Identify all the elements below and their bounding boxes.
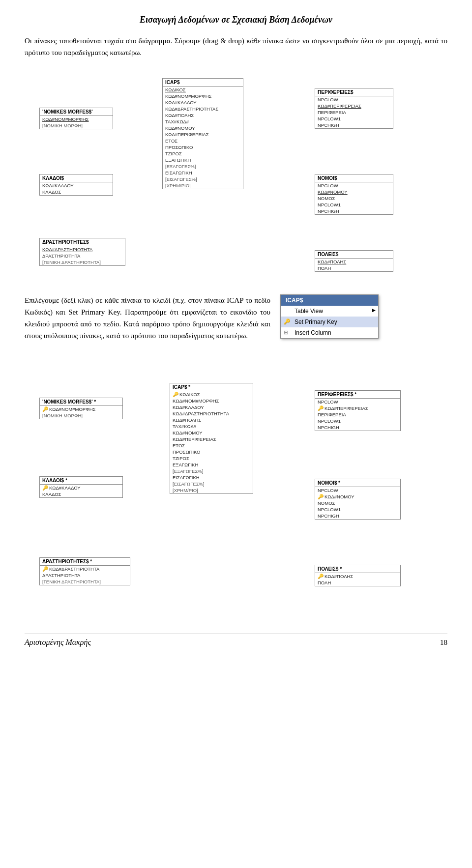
- diagram-area-1: 'NOMIKES MORFES$' ΚΩΔ#ΝΟΜ#ΜΟΡΦΗΣ [ΝΟΜΙΚΗ…: [25, 68, 447, 285]
- table-field: ΕΞΑΓΩΓΙΚΗ: [170, 462, 253, 468]
- page-title: Εισαγωγή Δεδομένων σε Σχεσιακή Βάση Δεδο…: [25, 15, 447, 25]
- table-field: NPCLOW: [315, 96, 393, 103]
- table-kladoi-title: ΚΛΑΔΟΙ$: [40, 174, 113, 182]
- table-field: NPCHIGH: [315, 208, 393, 214]
- table-icap: ICAP$ ΚΩΔΙΚΟΣ ΚΩΔ#ΝΟΜ#ΜΟΡΦΗΣ ΚΩΔ#ΚΛΑΔΟΥ …: [162, 78, 243, 189]
- menu-item-table-view[interactable]: Table View: [281, 306, 378, 317]
- table-field: ΚΩΔ#ΔΡΑΣΤΗΡΙΟΤΗΤΑΣ: [163, 106, 243, 112]
- key-icon-insert: ⊞: [284, 329, 288, 336]
- table-field: ΠΟΛΗ: [315, 579, 400, 586]
- table-field: ΚΩΔ#ΚΛΑΔΟΥ: [163, 99, 243, 106]
- table-field: [ΝΟΜΙΚΗ ΜΟΡΦΗ]: [40, 412, 122, 419]
- table-field: ΝΟΜΟΣ: [315, 195, 393, 202]
- table-field: ΕΤΟΣ: [170, 442, 253, 449]
- context-menu: ICAP$ Table View 🔑 Set Primary Key ⊞ Ins…: [280, 294, 379, 339]
- mid-diagram: ICAP$ Table View 🔑 Set Primary Key ⊞ Ins…: [280, 294, 447, 373]
- table-field: 🔑ΚΩΔ#ΝΟΜ#ΜΟΡΦΗΣ: [40, 406, 122, 412]
- table-field: 🔑ΚΩΔ#ΝΟΜΟΥ: [315, 493, 400, 500]
- table-drastiriotites2: ΔΡΑΣΤΗΡΙΟΤΗΤΕΣ$ * 🔑ΚΩΔ#ΔΡΑΣΤΗΡΙΟΤΗΤΑ ΔΡΑ…: [39, 557, 130, 585]
- table-field: 🔑ΚΩΔ#ΠΟΛΗΣ: [315, 573, 400, 579]
- table-field: 🔑ΚΩΔΙΚΟΣ: [170, 391, 253, 398]
- table-field: NPCLOW: [315, 399, 400, 405]
- table-field: ΚΩΔ#ΔΡΑΣΤΗΡΙΟΤΗΤΑ: [40, 246, 125, 253]
- table-field: ΚΩΔ#ΔΡΑΣΤΗΡΙΟΤΗΤΗΤΑ: [170, 410, 253, 417]
- table-poleis2-title: ΠΟΛΕΙΣ$ *: [315, 565, 400, 573]
- table-field: ΚΩΔ#ΠΟΛΗΣ: [163, 112, 243, 118]
- table-field: 🔑ΚΩΔ#ΔΡΑΣΤΗΡΙΟΤΗΤΑ: [40, 566, 130, 572]
- table-field: ΕΙΣΑΓΩΓΙΚΗ: [170, 474, 253, 481]
- table-field: NPCHIGH: [315, 513, 400, 519]
- table-field: 🔑ΚΩΔ#ΚΛΑΔΟΥ: [40, 485, 122, 491]
- table-field: NPCLOW1: [315, 202, 393, 208]
- table-nomikes: 'NOMIKES MORFES$' ΚΩΔ#ΝΟΜ#ΜΟΡΦΗΣ [ΝΟΜΙΚΗ…: [39, 108, 113, 129]
- table-field: ΚΩΔ#ΝΟΜΟΥ: [163, 125, 243, 131]
- diagram-area-2: 'NOMIKES MORFES$' * 🔑ΚΩΔ#ΝΟΜ#ΜΟΡΦΗΣ [ΝΟΜ…: [25, 383, 447, 619]
- table-icap2: ICAP$ * 🔑ΚΩΔΙΚΟΣ ΚΩΔ#ΝΟΜ#ΜΟΡΦΗΣ ΚΩΔ#ΚΛΑΔ…: [170, 383, 253, 494]
- table-field: ΚΩΔ#ΠΟΛΗΣ: [170, 417, 253, 423]
- table-field: ΕΤΟΣ: [163, 138, 243, 144]
- table-field: ΤΖΙΡΟΣ: [163, 150, 243, 157]
- table-field: ΚΩΔ#ΚΛΑΔΟΥ: [170, 404, 253, 410]
- table-field: NPCLOW1: [315, 506, 400, 513]
- menu-item-insert-column[interactable]: ⊞ Insert Column: [281, 327, 378, 338]
- table-field: ΕΙΣΑΓΩΓΙΚΗ: [163, 170, 243, 176]
- table-field: ΤΖΙΡΟΣ: [170, 455, 253, 462]
- table-field: ΚΛΑΔΟΣ: [40, 491, 122, 497]
- table-field: ΚΩΔΙΚΟΣ: [163, 87, 243, 93]
- table-nomoi: ΝΟΜΟΙ$ NPCLOW ΚΩΔ#ΝΟΜΟΥ ΝΟΜΟΣ NPCLOW1 NP…: [315, 174, 393, 215]
- menu-item-set-primary-key[interactable]: 🔑 Set Primary Key: [281, 317, 378, 327]
- table-perifereies2: ΠΕΡΙΦΕΡΕΙΕΣ$ * NPCLOW 🔑ΚΩΔ#ΠΕΡΙΦΕΡΕΙΑΣ Π…: [315, 390, 401, 431]
- table-field: ΚΩΔ#ΝΟΜ#ΜΟΡΦΗΣ: [40, 116, 113, 122]
- key-icon: 🔑: [284, 318, 291, 325]
- table-field: NPCLOW: [315, 487, 400, 493]
- table-nomoi-title: ΝΟΜΟΙ$: [315, 174, 393, 182]
- table-field: [ΧΡΗΜ/ΡΙΟ]: [170, 487, 253, 493]
- table-field: ΤΑΧ#ΚΩΔ#: [163, 118, 243, 125]
- mid-text: Επιλέγουμε (δεξί κλικ) σε κάθε πίνακα το…: [25, 294, 270, 342]
- table-field: NPCLOW: [315, 182, 393, 189]
- table-field: 🔑ΚΩΔ#ΠΕΡΙΦΕΡΕΙΑΣ: [315, 405, 400, 411]
- table-field: ΚΩΔ#ΝΟΜ#ΜΟΡΦΗΣ: [163, 93, 243, 99]
- table-field: [ΕΞΑΓΩΓΕΣ%]: [170, 468, 253, 474]
- table-drastiriotites: ΔΡΑΣΤΗΡΙΟΤΗΤΕΣ$ ΚΩΔ#ΔΡΑΣΤΗΡΙΟΤΗΤΑ ΔΡΑΣΤΗ…: [39, 238, 125, 266]
- page-footer: Αριστομένης Μακρής 18: [25, 634, 447, 647]
- table-nomikes2-title: 'NOMIKES MORFES$' *: [40, 398, 122, 406]
- mid-section: Επιλέγουμε (δεξί κλικ) σε κάθε πίνακα το…: [25, 294, 447, 373]
- table-field: [ΕΙΣΑΓΩΓΕΣ%]: [163, 176, 243, 182]
- table-field: ΚΩΔ#ΠΕΡΙΦΕΡΕΙΑΣ: [315, 103, 393, 109]
- table-field: ΠΕΡΙΦΕΡΕΙΑ: [315, 411, 400, 418]
- table-field: [ΕΙΣΑΓΩΓΕΣ%]: [170, 481, 253, 487]
- table-field: NPCHIGH: [315, 122, 393, 128]
- table-field: ΔΡΑΣΤΗΡΙΟΤΗΤΑ: [40, 572, 130, 579]
- footer-page-number: 18: [440, 638, 447, 647]
- table-field: [ΝΟΜΙΚΗ ΜΟΡΦΗ]: [40, 122, 113, 129]
- table-field: [ΧΡΗΜ/ΡΙΟ]: [163, 182, 243, 189]
- table-nomikes-title: 'NOMIKES MORFES$': [40, 108, 113, 116]
- table-perifereies: ΠΕΡΙΦΕΡΕΙΕΣ$ NPCLOW ΚΩΔ#ΠΕΡΙΦΕΡΕΙΑΣ ΠΕΡΙ…: [315, 88, 393, 129]
- table-field: ΠΡΟΣΩΠΙΚΟ: [170, 449, 253, 455]
- table-field: ΚΩΔ#ΠΕΡΙΦΕΡΕΙΑΣ: [170, 436, 253, 442]
- table-field: ΚΩΔ#ΠΕΡΙΦΕΡΕΙΑΣ: [163, 131, 243, 138]
- table-poleis-title: ΠΟΛΕΙΣ$: [315, 251, 393, 259]
- table-perifereies-title: ΠΕΡΙΦΕΡΕΙΕΣ$: [315, 88, 393, 96]
- table-field: NPCLOW1: [315, 116, 393, 122]
- table-field: ΚΩΔ#ΝΟΜΟΥ: [315, 189, 393, 195]
- table-field: [ΕΞΑΓΩΓΕΣ%]: [163, 163, 243, 170]
- table-field: [ΓΕΝΙΚΗ ΔΡΑΣΤΗΡΙΟΤΗΤΑ]: [40, 579, 130, 585]
- table-perifereies2-title: ΠΕΡΙΦΕΡΕΙΕΣ$ *: [315, 391, 400, 399]
- table-field: ΚΩΔ#ΝΟΜ#ΜΟΡΦΗΣ: [170, 398, 253, 404]
- table-field: ΔΡΑΣΤΗΡΙΟΤΗΤΑ: [40, 253, 125, 259]
- table-kladoi2: ΚΛΑΔΟΙ$ * 🔑ΚΩΔ#ΚΛΑΔΟΥ ΚΛΑΔΟΣ: [39, 476, 123, 498]
- table-field: [ΓΕΝΙΚΗ ΔΡΑΣΤΗΡΙΟΤΗΤΑ]: [40, 259, 125, 265]
- table-field: ΤΑΧ#ΚΩΔ#: [170, 423, 253, 430]
- table-drastiriotites-title: ΔΡΑΣΤΗΡΙΟΤΗΤΕΣ$: [40, 238, 125, 246]
- table-icap2-title: ICAP$ *: [170, 383, 253, 391]
- footer-author: Αριστομένης Μακρής: [25, 638, 91, 647]
- table-field: ΚΩΔ#ΚΛΑΔΟΥ: [40, 182, 113, 189]
- table-kladoi2-title: ΚΛΑΔΟΙ$ *: [40, 477, 122, 485]
- context-menu-title: ICAP$: [281, 295, 378, 306]
- table-field: ΕΞΑΓΩΓΙΚΗ: [163, 157, 243, 163]
- table-field: ΠΕΡΙΦΕΡΕΙΑ: [315, 109, 393, 116]
- table-poleis2: ΠΟΛΕΙΣ$ * 🔑ΚΩΔ#ΠΟΛΗΣ ΠΟΛΗ: [315, 565, 401, 586]
- table-field: ΠΡΟΣΩΠΙΚΟ: [163, 144, 243, 150]
